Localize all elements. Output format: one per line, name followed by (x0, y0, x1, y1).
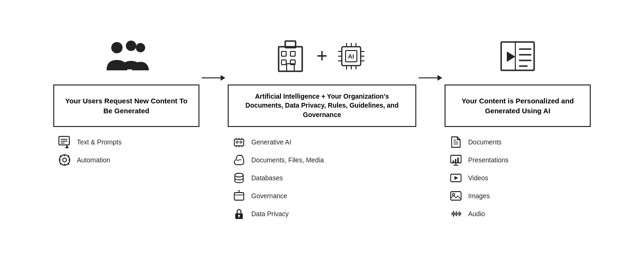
svg-rect-40 (236, 141, 238, 143)
data-privacy-label: Data Privacy (251, 210, 289, 218)
svg-rect-55 (501, 42, 534, 70)
svg-rect-41 (240, 141, 242, 143)
list-item-databases: Databases (232, 171, 416, 185)
svg-point-53 (238, 215, 240, 217)
svg-marker-57 (507, 51, 515, 62)
users-box-text: Your Users Request New Content To Be Gen… (63, 96, 190, 116)
svg-text:AI: AI (348, 53, 354, 60)
audio-label: Audio (468, 210, 485, 218)
plus-sign: + (316, 45, 327, 67)
list-item-videos: Videos (449, 171, 591, 185)
list-item-documents-out: Documents (449, 135, 591, 149)
generative-ai-icon (232, 135, 246, 149)
presentations-label: Presentations (468, 156, 509, 164)
arrow-line-2 (419, 77, 438, 78)
arrow-head-1 (221, 75, 225, 81)
svg-point-0 (111, 42, 123, 53)
users-box: Your Users Request New Content To Be Gen… (53, 84, 199, 127)
videos-icon (449, 171, 462, 185)
users-icon (103, 37, 150, 75)
governance-label: Governance (251, 192, 287, 200)
arrow-shape-1 (202, 75, 225, 81)
documents-files-icon (232, 153, 246, 167)
column-ai: + AI (228, 33, 416, 221)
arrow-2 (416, 33, 445, 81)
svg-rect-70 (457, 158, 459, 162)
list-item-text-prompts: Text & Prompts (58, 135, 199, 149)
data-privacy-icon (232, 207, 246, 220)
databases-label: Databases (251, 174, 283, 182)
images-label: Images (468, 192, 490, 200)
list-item-audio: Audio (449, 207, 591, 220)
svg-marker-72 (454, 176, 458, 180)
images-icon (449, 189, 462, 202)
text-prompts-label: Text & Prompts (77, 138, 122, 146)
list-item-data-privacy: Data Privacy (232, 207, 416, 220)
presentations-icon (449, 153, 462, 167)
list-item-generative-ai: Generative AI (232, 135, 416, 149)
list-item-governance: Governance (232, 189, 416, 202)
arrow-shape-2 (419, 75, 442, 81)
documents-files-label: Documents, Files, Media (251, 156, 324, 164)
videos-label: Videos (468, 174, 488, 182)
arrow-line-1 (202, 77, 221, 78)
users-items-list: Text & Prompts (53, 135, 199, 167)
documents-out-label: Documents (468, 138, 502, 146)
svg-rect-73 (451, 192, 461, 200)
column-content: Your Content is Personalized and Generat… (445, 33, 591, 220)
content-box: Your Content is Personalized and Generat… (445, 84, 591, 127)
building-icon (274, 37, 312, 75)
content-items-list: Documents Presentations (445, 135, 591, 220)
arrow-head-2 (438, 75, 442, 81)
list-item-images: Images (449, 189, 591, 202)
databases-icon (232, 171, 246, 185)
svg-point-48 (235, 173, 243, 177)
users-icon-area (103, 33, 150, 80)
svg-point-2 (136, 43, 145, 52)
list-item-documents-files: Documents, Files, Media (232, 153, 416, 167)
arrow-1 (199, 33, 228, 81)
content-output-icon (496, 37, 539, 75)
svg-rect-69 (455, 159, 456, 162)
audio-icon (449, 207, 462, 220)
svg-rect-17 (279, 47, 302, 71)
diagram: Your Users Request New Content To Be Gen… (11, 23, 633, 230)
automation-icon (58, 153, 71, 167)
svg-point-51 (239, 190, 240, 192)
ai-chip-icon: AI (332, 37, 370, 75)
list-item-automation: Automation (58, 153, 199, 167)
text-prompts-icon (58, 135, 71, 149)
svg-rect-20 (290, 51, 295, 56)
generative-ai-label: Generative AI (251, 138, 291, 146)
ai-icon-area: + AI (274, 33, 370, 80)
svg-rect-68 (453, 160, 454, 162)
list-item-presentations: Presentations (449, 153, 591, 167)
automation-label: Automation (77, 156, 110, 164)
svg-rect-21 (281, 60, 286, 65)
content-icon-area (496, 33, 539, 80)
column-users: Your Users Request New Content To Be Gen… (53, 33, 199, 167)
svg-rect-49 (234, 193, 244, 200)
svg-rect-39 (234, 139, 244, 146)
svg-rect-19 (281, 51, 286, 56)
svg-point-1 (126, 41, 136, 51)
ai-box-text: Artificial Intelligence + Your Organizat… (237, 92, 407, 120)
ai-box: Artificial Intelligence + Your Organizat… (228, 84, 416, 127)
document-out-icon (449, 135, 462, 149)
governance-icon (232, 189, 246, 202)
content-box-text: Your Content is Personalized and Generat… (454, 96, 581, 116)
svg-rect-3 (59, 136, 69, 145)
svg-point-8 (63, 158, 66, 162)
ai-items-list: Generative AI Documents, Files, Media (228, 135, 416, 220)
